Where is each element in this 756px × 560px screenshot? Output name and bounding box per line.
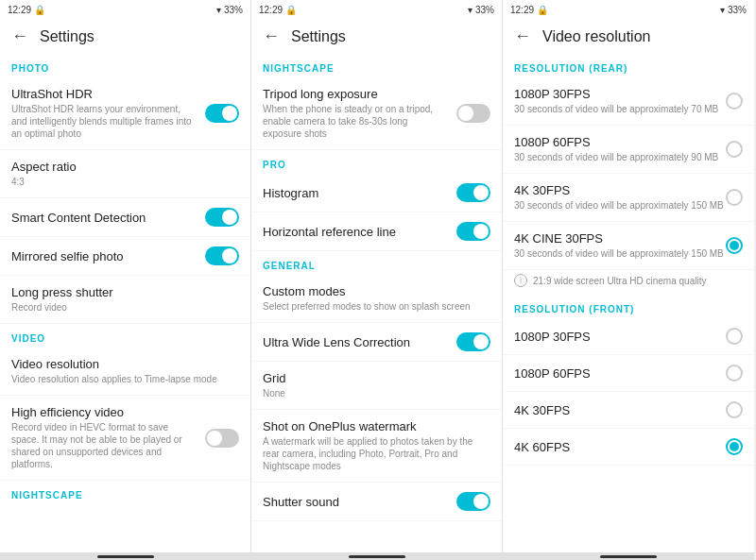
aspect-ratio-title: Aspect ratio xyxy=(11,160,239,174)
shutter-sound-title: Shutter sound xyxy=(263,495,449,509)
status-left-1: 12:29 🔒 xyxy=(8,5,45,15)
1080p-60-rear-title: 1080P 60FPS xyxy=(514,135,726,149)
aspect-ratio-value: 4:3 xyxy=(11,176,239,188)
radio-1080p-60-rear-btn[interactable] xyxy=(726,141,743,158)
page-title-3: Video resolution xyxy=(542,28,650,45)
radio-1080p-30-front[interactable]: 1080P 30FPS xyxy=(503,318,754,355)
setting-watermark[interactable]: Shot on OnePlus watermark A watermark wi… xyxy=(251,410,502,483)
bottom-indicator-3 xyxy=(600,555,657,558)
time-3: 12:29 xyxy=(510,5,534,15)
lock-icon-2: 🔒 xyxy=(285,5,297,15)
lock-icon-3: 🔒 xyxy=(537,5,548,15)
custom-modes-subtitle: Select preferred modes to show on splash… xyxy=(263,300,490,313)
setting-histogram[interactable]: Histogram xyxy=(251,174,502,212)
radio-4k-60-front[interactable]: 4K 60FPS xyxy=(503,429,754,466)
battery-2: 33% xyxy=(475,5,494,15)
section-nightscape-1: NIGHTSCAPE xyxy=(0,481,250,504)
setting-smart-detection[interactable]: Smart Content Detection xyxy=(0,198,250,237)
setting-custom-modes[interactable]: Custom modes Select preferred modes to s… xyxy=(251,275,502,323)
status-right-1: ▾ 33% xyxy=(216,5,243,15)
tripod-title: Tripod long exposure xyxy=(263,87,449,101)
long-press-title: Long press shutter xyxy=(11,285,239,299)
setting-ultrashot[interactable]: UltraShot HDR UltraShot HDR learns your … xyxy=(0,77,250,150)
ultrawide-toggle[interactable] xyxy=(456,332,490,351)
high-efficiency-subtitle: Record video in HEVC format to save spac… xyxy=(11,421,198,470)
high-efficiency-title: High efficiency video xyxy=(11,405,198,419)
radio-1080p-60-rear[interactable]: 1080P 60FPS 30 seconds of video will be … xyxy=(503,126,754,174)
tripod-subtitle: When the phone is steady or on a tripod,… xyxy=(263,103,449,140)
radio-4k-30-front[interactable]: 4K 30FPS xyxy=(503,392,754,429)
cine-info-text: 21:9 wide screen Ultra HD cinema quality xyxy=(533,276,706,286)
setting-tripod[interactable]: Tripod long exposure When the phone is s… xyxy=(251,77,502,150)
tripod-toggle[interactable] xyxy=(456,104,490,123)
radio-1080p-60-front[interactable]: 1080P 60FPS xyxy=(503,355,754,392)
horizontal-line-title: Horizontal reference line xyxy=(263,225,449,239)
1080p-30-rear-title: 1080P 30FPS xyxy=(514,87,726,101)
back-button-2[interactable]: ← xyxy=(263,26,280,46)
section-nightscape-2: NIGHTSCAPE xyxy=(251,54,502,77)
status-right-2: ▾ 33% xyxy=(468,5,494,15)
section-video: VIDEO xyxy=(0,324,250,348)
radio-4k-cine-rear-btn[interactable] xyxy=(726,237,743,254)
radio-4k-cine-rear[interactable]: 4K CINE 30FPS 30 seconds of video will b… xyxy=(503,222,754,270)
setting-horizontal-line[interactable]: Horizontal reference line xyxy=(251,212,502,251)
long-press-subtitle: Record video xyxy=(11,301,239,314)
radio-1080p-30-front-btn[interactable] xyxy=(726,328,743,345)
ultrashot-toggle[interactable] xyxy=(205,104,239,123)
4k-30-rear-subtitle: 30 seconds of video will be approximatel… xyxy=(514,199,726,212)
setting-shutter-sound[interactable]: Shutter sound xyxy=(251,483,502,521)
info-icon: i xyxy=(514,274,527,287)
panel-2: 12:29 🔒 ▾ 33% ← Settings NIGHTSCAPE Trip… xyxy=(251,0,503,560)
header-2: ← Settings xyxy=(251,19,502,54)
lock-icon-1: 🔒 xyxy=(34,5,45,15)
shutter-sound-toggle[interactable] xyxy=(456,492,490,511)
radio-4k-30-front-btn[interactable] xyxy=(726,401,743,418)
status-bar-1: 12:29 🔒 ▾ 33% xyxy=(0,0,250,19)
section-front-resolution: RESOLUTION (FRONT) xyxy=(503,295,754,318)
4k-cine-rear-subtitle: 30 seconds of video will be approximatel… xyxy=(514,247,726,260)
back-button-3[interactable]: ← xyxy=(514,26,531,46)
page-title-2: Settings xyxy=(291,28,346,45)
radio-4k-30-rear[interactable]: 4K 30FPS 30 seconds of video will be app… xyxy=(503,174,754,222)
setting-grid[interactable]: Grid None xyxy=(251,362,502,410)
back-button-1[interactable]: ← xyxy=(11,26,28,46)
histogram-toggle[interactable] xyxy=(456,183,490,202)
time-1: 12:29 xyxy=(8,5,31,15)
bottom-bar-3 xyxy=(503,552,754,560)
ultrashot-subtitle: UltraShot HDR learns your environment, a… xyxy=(11,103,198,140)
4k-30-rear-title: 4K 30FPS xyxy=(514,183,726,197)
4k-cine-rear-title: 4K CINE 30FPS xyxy=(514,231,726,246)
bottom-indicator-2 xyxy=(349,555,405,558)
setting-aspect-ratio[interactable]: Aspect ratio 4:3 xyxy=(0,150,250,198)
setting-high-efficiency[interactable]: High efficiency video Record video in HE… xyxy=(0,396,250,481)
section-general: GENERAL xyxy=(251,251,502,275)
4k-30-front-title: 4K 30FPS xyxy=(514,403,726,417)
high-efficiency-toggle[interactable] xyxy=(205,429,239,448)
setting-ultrawide[interactable]: Ultra Wide Lens Correction xyxy=(251,323,502,362)
status-left-3: 12:29 🔒 xyxy=(510,5,548,15)
1080p-30-front-title: 1080P 30FPS xyxy=(514,330,726,344)
cine-info-row: i 21:9 wide screen Ultra HD cinema quali… xyxy=(503,270,754,295)
setting-video-resolution[interactable]: Video resolution Video resolution also a… xyxy=(0,348,250,396)
smart-detection-toggle[interactable] xyxy=(205,208,239,227)
horizontal-line-toggle[interactable] xyxy=(456,222,490,241)
radio-1080p-30-rear[interactable]: 1080P 30FPS 30 seconds of video will be … xyxy=(503,77,754,126)
setting-mirrored-selfie[interactable]: Mirrored selfie photo xyxy=(0,237,250,276)
content-1: PHOTO UltraShot HDR UltraShot HDR learns… xyxy=(0,54,250,552)
radio-4k-60-front-btn[interactable] xyxy=(726,438,743,455)
radio-1080p-30-rear-btn[interactable] xyxy=(726,93,743,110)
panel-3: 12:29 🔒 ▾ 33% ← Video resolution RESOLUT… xyxy=(503,0,754,560)
radio-4k-30-rear-btn[interactable] xyxy=(726,189,743,206)
battery-1: 33% xyxy=(224,5,243,15)
bottom-bar-2 xyxy=(251,552,502,560)
bottom-indicator-1 xyxy=(97,555,154,558)
mirrored-selfie-toggle[interactable] xyxy=(205,246,239,265)
grid-value: None xyxy=(263,387,490,399)
page-title-1: Settings xyxy=(40,28,94,45)
time-2: 12:29 xyxy=(259,5,283,15)
4k-60-front-title: 4K 60FPS xyxy=(514,440,726,454)
section-rear-resolution: RESOLUTION (REAR) xyxy=(503,54,754,77)
setting-long-press[interactable]: Long press shutter Record video xyxy=(0,276,250,324)
radio-1080p-60-front-btn[interactable] xyxy=(726,365,743,382)
header-3: ← Video resolution xyxy=(503,19,754,54)
